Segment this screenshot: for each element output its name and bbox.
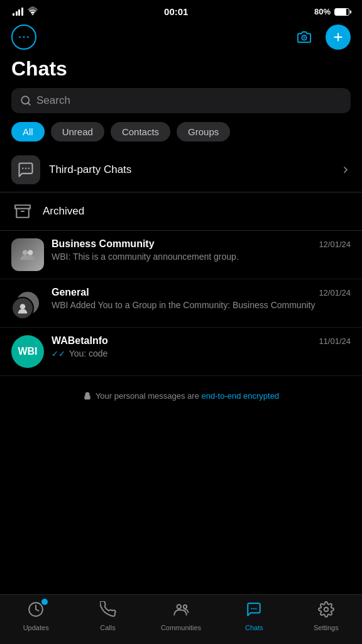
nav-item-communities[interactable]: Communities (161, 601, 201, 631)
svg-point-22 (324, 608, 329, 612)
chat-content-wabetainfo: WABetaInfo 11/01/24 ✓✓ You: code (52, 335, 351, 358)
svg-point-21 (253, 608, 255, 609)
archived-row[interactable]: Archived (0, 192, 362, 231)
svg-point-8 (25, 168, 26, 169)
header (0, 21, 362, 55)
chat-preview: WBI Added You to a Group in the Communit… (52, 300, 351, 310)
chats-icon (246, 601, 262, 621)
lock-icon (83, 392, 92, 401)
encryption-text: Your personal messages are end-to-end en… (96, 391, 279, 401)
chat-list: Business Community 12/01/24 WBI: This is… (0, 231, 362, 376)
camera-button[interactable] (292, 25, 317, 50)
chat-content-business-community: Business Community 12/01/24 WBI: This is… (52, 238, 351, 262)
signal-icon (13, 8, 23, 16)
svg-point-12 (23, 250, 28, 255)
archived-label: Archived (43, 205, 84, 218)
svg-point-3 (27, 36, 29, 38)
page-title: Chats (0, 55, 362, 88)
svg-point-1 (19, 36, 21, 38)
chat-preview: WBI: This is a community announcement gr… (52, 252, 351, 262)
encryption-notice: Your personal messages are end-to-end en… (0, 376, 362, 416)
chat-item-business-community[interactable]: Business Community 12/01/24 WBI: This is… (0, 231, 362, 279)
encryption-link[interactable]: end-to-end encrypted (202, 391, 280, 401)
battery-icon (334, 8, 349, 16)
nav-label-calls: Calls (100, 624, 115, 631)
chat-date: 11/01/24 (319, 336, 351, 346)
updates-badge (41, 599, 48, 605)
nav-label-communities: Communities (161, 624, 201, 631)
svg-point-2 (23, 36, 25, 38)
nav-item-updates[interactable]: Updates (17, 601, 55, 631)
third-party-arrow (341, 165, 351, 175)
svg-point-19 (251, 608, 253, 609)
communities-icon (173, 601, 189, 621)
settings-icon (318, 601, 334, 621)
double-check-icon: ✓✓ (52, 349, 65, 358)
filter-tab-unread[interactable]: Unread (51, 122, 104, 142)
chat-date: 12/01/24 (319, 288, 351, 297)
chat-content-general: General 12/01/24 WBI Added You to a Grou… (52, 287, 351, 310)
svg-point-15 (20, 304, 26, 309)
archive-icon (11, 200, 34, 223)
third-party-label: Third-party Chats (49, 164, 131, 176)
status-time: 00:01 (164, 6, 188, 17)
menu-button[interactable] (11, 25, 36, 50)
nav-label-updates: Updates (23, 624, 49, 631)
header-actions (292, 25, 351, 50)
updates-icon (28, 601, 44, 621)
svg-rect-10 (15, 205, 30, 208)
chat-preview: ✓✓ You: code (52, 348, 351, 358)
content-area: Search All Unread Contacts Groups Third-… (0, 88, 362, 466)
status-right: 80% (314, 7, 349, 16)
wifi-icon (27, 6, 38, 17)
filter-tabs: All Unread Contacts Groups (0, 122, 362, 148)
avatar-wabetainfo: WBI (11, 335, 44, 368)
search-placeholder: Search (36, 94, 70, 107)
nav-item-settings[interactable]: Settings (307, 601, 345, 631)
svg-point-13 (28, 250, 33, 255)
bottom-nav: Updates Calls Communities (0, 594, 362, 644)
calls-icon (100, 601, 116, 621)
svg-point-0 (31, 14, 33, 15)
svg-point-9 (28, 168, 30, 169)
chat-name: General (52, 287, 89, 298)
nav-label-chats: Chats (245, 624, 263, 631)
nav-label-settings: Settings (314, 624, 339, 631)
svg-point-17 (177, 604, 181, 609)
filter-tab-all[interactable]: All (11, 122, 45, 142)
nav-item-calls[interactable]: Calls (89, 601, 127, 631)
filter-tab-contacts[interactable]: Contacts (111, 122, 170, 142)
third-party-icon (11, 155, 40, 184)
filter-tab-groups[interactable]: Groups (177, 122, 230, 142)
nav-item-chats[interactable]: Chats (235, 601, 273, 631)
chat-item-wabetainfo[interactable]: WBI WABetaInfo 11/01/24 ✓✓ You: code (0, 328, 362, 376)
chat-item-general[interactable]: General 12/01/24 WBI Added You to a Grou… (0, 279, 362, 328)
new-chat-button[interactable] (326, 25, 351, 50)
avatar-general (11, 287, 44, 319)
svg-point-7 (22, 168, 23, 169)
status-bar: 00:01 80% (0, 0, 362, 21)
third-party-chats-row[interactable]: Third-party Chats (0, 148, 362, 192)
status-left (13, 6, 38, 17)
svg-point-18 (184, 605, 187, 608)
chat-date: 12/01/24 (319, 240, 351, 249)
chat-name: Business Community (52, 238, 155, 250)
search-bar[interactable]: Search (11, 88, 351, 113)
svg-point-20 (256, 608, 257, 609)
avatar-business-community (11, 238, 44, 271)
search-icon (20, 95, 31, 106)
chat-name: WABetaInfo (52, 335, 108, 347)
svg-point-5 (304, 37, 305, 39)
battery-percent: 80% (314, 7, 331, 16)
